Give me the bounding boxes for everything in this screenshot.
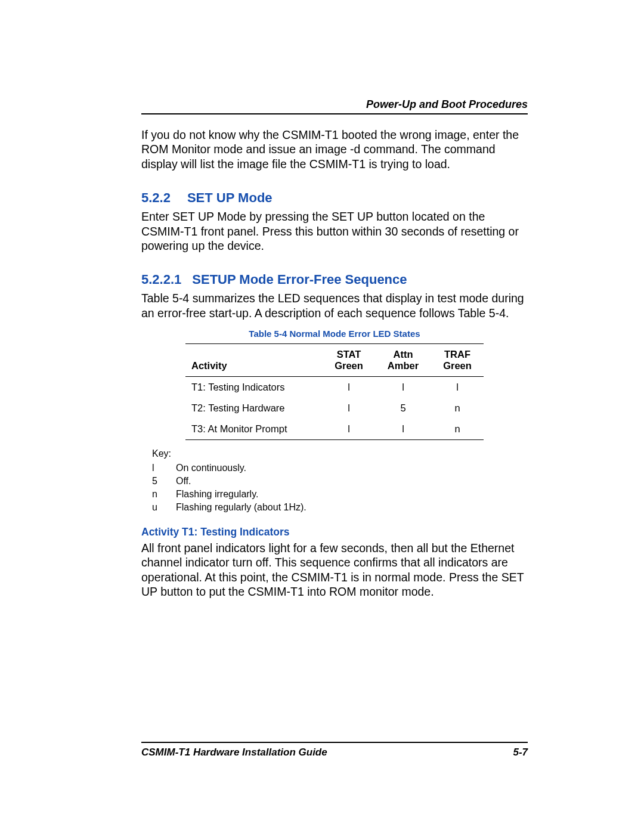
th-attn: Attn Amber bbox=[375, 344, 431, 377]
key-desc: Flashing irregularly. bbox=[176, 489, 258, 500]
key-desc: Flashing regularly (about 1Hz). bbox=[176, 502, 306, 513]
cell-traf: n bbox=[431, 419, 484, 440]
cell-attn: l bbox=[375, 377, 431, 398]
key-desc: Off. bbox=[176, 476, 191, 487]
activity-t1-text: All front panel indicators light for a f… bbox=[141, 541, 528, 599]
header-rule bbox=[141, 113, 528, 114]
cell-activity: T3: At Monitor Prompt bbox=[185, 419, 323, 440]
footer-page-number: 5-7 bbox=[513, 747, 528, 758]
page-footer: CSMIM-T1 Hardware Installation Guide 5-7 bbox=[141, 742, 528, 758]
th-attn-sub: Amber bbox=[381, 360, 425, 371]
cell-traf: l bbox=[431, 377, 484, 398]
cell-traf: n bbox=[431, 398, 484, 419]
table-caption: Table 5-4 Normal Mode Error LED States bbox=[141, 329, 528, 339]
th-attn-top: Attn bbox=[394, 349, 413, 360]
th-traf: TRAF Green bbox=[431, 344, 484, 377]
key-desc: On continuously. bbox=[176, 463, 246, 473]
heading-5221: 5.2.2.1SETUP Mode Error-Free Sequence bbox=[141, 272, 528, 287]
heading-5221-number: 5.2.2.1 bbox=[141, 272, 181, 287]
cell-stat: l bbox=[323, 419, 375, 440]
key-item: 5 Off. bbox=[152, 476, 528, 487]
heading-522-title: SET UP Mode bbox=[187, 190, 273, 205]
th-stat-sub: Green bbox=[329, 360, 369, 371]
heading-5221-title: SETUP Mode Error-Free Sequence bbox=[192, 272, 407, 287]
cell-stat: l bbox=[323, 398, 375, 419]
th-activity: Activity bbox=[185, 344, 323, 377]
key-list: l On continuously. 5 Off. n Flashing irr… bbox=[152, 463, 528, 513]
th-traf-sub: Green bbox=[437, 360, 478, 371]
cell-activity: T2: Testing Hardware bbox=[185, 398, 323, 419]
intro-paragraph: If you do not know why the CSMIM-T1 boot… bbox=[141, 128, 528, 171]
heading-522: 5.2.2SET UP Mode bbox=[141, 190, 528, 206]
table-row: T3: At Monitor Prompt l l n bbox=[185, 419, 484, 440]
key-symbol: u bbox=[152, 502, 176, 513]
table-row: T2: Testing Hardware l 5 n bbox=[185, 398, 484, 419]
th-stat: STAT Green bbox=[323, 344, 375, 377]
activity-t1-title: Activity T1: Testing Indicators bbox=[141, 526, 528, 538]
key-symbol: 5 bbox=[152, 476, 176, 487]
cell-stat: l bbox=[323, 377, 375, 398]
footer-rule bbox=[141, 742, 528, 743]
chapter-title: Power-Up and Boot Procedures bbox=[141, 98, 528, 111]
key-item: n Flashing irregularly. bbox=[152, 489, 528, 500]
section-5221-text: Table 5-4 summarizes the LED sequences t… bbox=[141, 291, 528, 320]
key-symbol: n bbox=[152, 489, 176, 500]
key-item: l On continuously. bbox=[152, 463, 528, 473]
cell-attn: 5 bbox=[375, 398, 431, 419]
th-stat-top: STAT bbox=[337, 349, 361, 360]
section-522-text: Enter SET UP Mode by pressing the SET UP… bbox=[141, 209, 528, 253]
key-item: u Flashing regularly (about 1Hz). bbox=[152, 502, 528, 513]
footer-guide: CSMIM-T1 Hardware Installation Guide bbox=[141, 747, 327, 758]
heading-522-number: 5.2.2 bbox=[141, 190, 171, 205]
th-traf-top: TRAF bbox=[444, 349, 470, 360]
led-table: Activity STAT Green Attn Amber TRAF Gree… bbox=[185, 343, 484, 440]
cell-activity: T1: Testing Indicators bbox=[185, 377, 323, 398]
key-symbol: l bbox=[152, 463, 176, 473]
cell-attn: l bbox=[375, 419, 431, 440]
table-row: T1: Testing Indicators l l l bbox=[185, 377, 484, 398]
key-label: Key: bbox=[152, 448, 528, 459]
